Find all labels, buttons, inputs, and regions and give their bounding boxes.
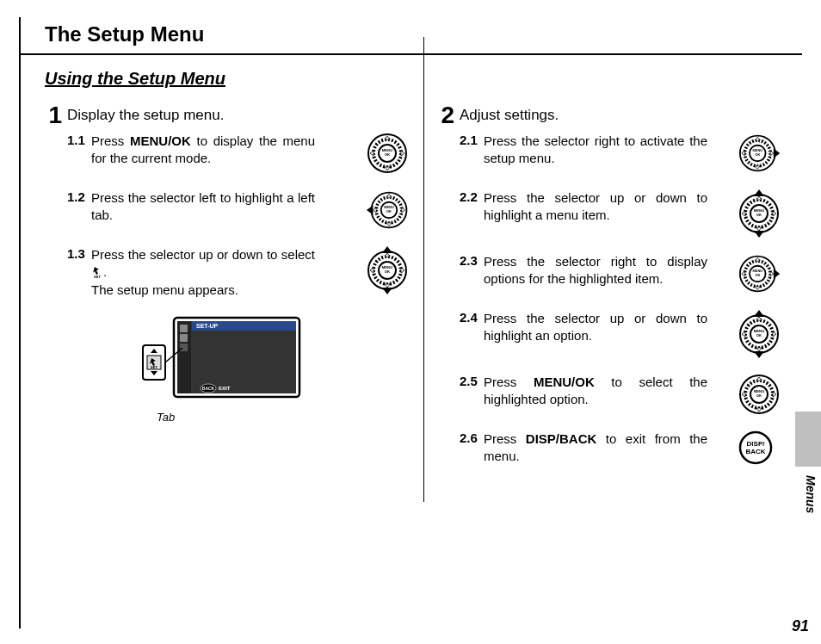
section-side-label: Menus — [804, 475, 818, 513]
selector-dial-updown-icon — [738, 189, 780, 238]
substep-text: Press the selector right to dis­play opt… — [484, 253, 707, 288]
svg-rect-12 — [180, 334, 188, 342]
substep-text: Press the selector up or down to highlig… — [484, 189, 707, 225]
right-column: 2 Adjust settings. 2.1 Press the selecto… — [408, 103, 780, 481]
section-heading: Using the Setup Menu — [21, 52, 802, 96]
selector-dial-left-icon — [367, 189, 408, 231]
svg-text:BACK: BACK — [202, 386, 215, 391]
selector-dial-icon — [738, 374, 780, 415]
substep-text: Press the selector up or down to select … — [91, 246, 315, 299]
step-number-1: 1 — [36, 103, 62, 127]
substep-number: 2.4 — [460, 310, 484, 325]
substep-number: 2.1 — [460, 133, 484, 147]
page-number: 91 — [792, 617, 809, 635]
svg-text:SET: SET — [151, 365, 157, 369]
svg-text:SET-UP: SET-UP — [196, 323, 219, 329]
svg-text:EXIT: EXIT — [219, 386, 231, 391]
svg-text:SET: SET — [94, 275, 101, 279]
step-number-2: 2 — [429, 103, 454, 127]
selector-dial-right-icon — [738, 253, 780, 294]
substep-text: Press the selector right to acti­vate th… — [484, 133, 707, 168]
substep-text: Press MENU/OK to select the highlighted … — [484, 374, 707, 409]
selector-dial-updown-icon — [367, 246, 408, 294]
selector-dial-updown-icon — [738, 310, 780, 358]
tab-caption: Tab — [157, 411, 408, 424]
substep-text: Press MENU/OK to display the menu for th… — [91, 133, 315, 168]
svg-text:BACK: BACK — [745, 448, 765, 455]
substep-text: Press the selector left to high­light a … — [91, 189, 315, 225]
selector-dial-right-icon — [738, 133, 780, 174]
step-heading-2: Adjust settings. — [460, 103, 559, 124]
left-column: 1 Display the setup menu. 1.1 Press MENU… — [36, 103, 408, 481]
step-heading-1: Display the setup menu. — [67, 103, 224, 124]
svg-rect-11 — [180, 325, 188, 332]
setup-menu-screenshot: SET-UP BACK EXIT SET — [139, 314, 303, 409]
page-frame: The Setup Menu Using the Setup Menu 1 Di… — [19, 17, 802, 629]
svg-rect-7 — [177, 321, 296, 393]
substep-number: 2.6 — [460, 430, 484, 445]
selector-dial-icon — [367, 133, 408, 174]
substep-number: 2.5 — [460, 374, 484, 388]
svg-rect-13 — [180, 344, 188, 351]
substep-number: 1.1 — [67, 133, 91, 147]
page-title: The Setup Menu — [21, 17, 802, 52]
substep-text: Press the selector up or down to highlig… — [484, 310, 707, 345]
substep-number: 1.2 — [67, 189, 91, 204]
substep-text: Press DISP/BACK to exit from the menu. — [484, 430, 707, 466]
substep-number: 2.3 — [460, 253, 484, 268]
substep-number: 2.2 — [460, 189, 484, 204]
substep-number: 1.3 — [67, 246, 91, 261]
side-thumb-tab — [795, 412, 821, 467]
disp-back-button-icon: DISP/ BACK — [738, 430, 780, 465]
svg-text:DISP/: DISP/ — [747, 440, 766, 448]
